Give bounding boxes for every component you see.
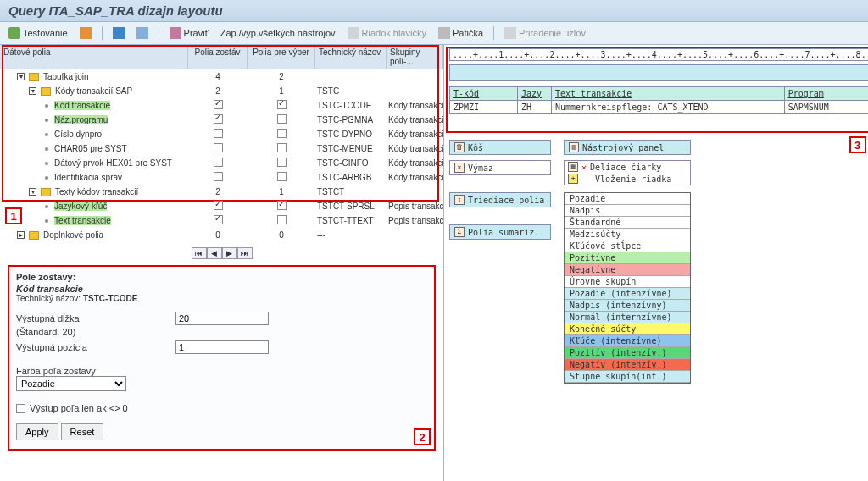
tree-row[interactable]: Jazykový kľúčTSTCT-SPRSLPopis transakcií… xyxy=(0,199,443,213)
tree-row[interactable]: Náz.programuTSTC-PGMNAKódy transakcií ..… xyxy=(0,113,443,127)
field-color-select[interactable]: Pozadie xyxy=(16,376,126,391)
field-checkbox[interactable] xyxy=(277,100,287,109)
field-checkbox[interactable] xyxy=(214,129,223,138)
field-checkbox[interactable] xyxy=(214,215,223,224)
assign-nodes-button[interactable]: Priradenie uzlov xyxy=(501,25,589,41)
tree-row[interactable]: CHAR05 pre SYSTTSTC-MENUEKódy transakcií… xyxy=(0,141,443,156)
color-option[interactable]: Štandardné xyxy=(565,217,690,229)
tree-row[interactable]: Číslo dynproTSTC-DYPNOKódy transakcií ..… xyxy=(0,127,443,141)
field-checkbox[interactable] xyxy=(277,201,287,210)
scroll-prev-icon[interactable]: ◀ xyxy=(207,247,222,259)
expand-icon[interactable]: ▸ xyxy=(17,231,25,239)
col-tcode[interactable]: T-kód xyxy=(450,87,518,101)
delete-icon: ✕ xyxy=(454,163,465,173)
wizard-icon[interactable] xyxy=(76,25,95,41)
color-option[interactable]: Stupne skupín(int.) xyxy=(565,371,690,383)
col-lang[interactable]: Jazy xyxy=(518,87,552,101)
color-option[interactable]: Kľúče (intenzívne) xyxy=(565,335,690,347)
expand-icon[interactable]: ▾ xyxy=(29,87,36,95)
test-button[interactable]: Testovanie xyxy=(5,25,71,41)
cell-tcode[interactable]: ZPMZI xyxy=(450,101,518,114)
color-option[interactable]: Negatív (intenzív.) xyxy=(565,359,690,371)
sum-fields-button[interactable]: ΣPolia sumariz. xyxy=(449,224,551,240)
header-row-button[interactable]: Riadok hlavičky xyxy=(344,25,430,41)
tech-name: TSTCT-TTEXT xyxy=(315,216,387,225)
expand-icon[interactable]: ▾ xyxy=(17,73,25,80)
field-checkbox[interactable] xyxy=(277,114,287,124)
row-label: Doplnkové polia xyxy=(43,230,103,240)
field-checkbox[interactable] xyxy=(214,100,223,109)
footer-button[interactable]: Pätička xyxy=(435,25,487,41)
scroll-last-icon[interactable]: ⏭ xyxy=(237,247,253,259)
cell-lang[interactable]: ZH xyxy=(518,101,552,114)
output-position-input[interactable] xyxy=(175,340,269,354)
tree-row[interactable]: Text transakcieTSTCT-TTEXTPopis transakc… xyxy=(0,213,443,228)
tree-row[interactable]: ▾Kódy transakcií SAP21TSTC xyxy=(0,84,443,98)
tree-row[interactable]: ▾Tabuľka join42 xyxy=(0,69,443,84)
row-label: Texty kódov transakcií xyxy=(55,187,138,196)
tech-name: TSTC-MENUE xyxy=(315,144,387,153)
reset-button[interactable]: Reset xyxy=(61,423,104,440)
field-checkbox[interactable] xyxy=(277,215,287,224)
tree-row[interactable]: Identifikácia správTSTC-ARBGBKódy transa… xyxy=(0,170,443,185)
cell-text[interactable]: Nummernkreispflege: CATS_XTEND xyxy=(552,101,785,114)
toggle-tools-button[interactable]: Zap./vyp.všetkých nástrojov xyxy=(217,26,339,40)
col-select-fields[interactable]: Polia pre výber xyxy=(248,45,315,69)
color-option[interactable]: Úrovne skupín xyxy=(565,276,690,288)
saveas-icon[interactable] xyxy=(133,25,152,41)
delete-button[interactable]: ✕Výmaz xyxy=(449,160,551,175)
row-label: CHAR05 pre SYST xyxy=(54,144,127,153)
color-option[interactable]: Pozadie xyxy=(565,193,690,205)
color-option[interactable]: Nadpis (intenzívny) xyxy=(565,300,690,312)
output-if-nonzero-checkbox[interactable] xyxy=(16,404,25,413)
apply-button[interactable]: Apply xyxy=(16,423,58,440)
color-option[interactable]: Pozitívne xyxy=(565,252,690,264)
col-tech-name[interactable]: Technický názov xyxy=(315,45,387,69)
field-checkbox[interactable] xyxy=(214,114,223,124)
tree-row[interactable]: Kód transakcieTSTC-TCODEKódy transakcií … xyxy=(0,98,443,113)
color-option[interactable]: Konečné súčty xyxy=(565,323,690,335)
color-option[interactable]: Pozitív (intenzív.) xyxy=(565,347,690,359)
color-option[interactable]: Normál (internzívne) xyxy=(565,312,690,323)
field-checkbox[interactable] xyxy=(214,201,223,210)
tree-row[interactable]: ▾Texty kódov transakcií21TSTCT xyxy=(0,185,443,199)
tree-row[interactable]: Dátový prvok HEX01 pre SYSTTSTC-CINFOKód… xyxy=(0,156,443,170)
tree-row[interactable]: ▸Doplnkové polia00--- xyxy=(0,228,443,242)
folder-icon xyxy=(29,231,39,240)
fp-field-name: Kód transakcie xyxy=(16,284,427,294)
field-checkbox[interactable] xyxy=(214,143,223,152)
scroll-first-icon[interactable]: ⏮ xyxy=(192,247,207,259)
field-checkbox[interactable] xyxy=(214,172,223,181)
insert-row-button[interactable]: +Vloženie riadka xyxy=(565,173,690,185)
tech-name: TSTC-CINFO xyxy=(315,158,387,168)
field-group: Kódy transakcií ... xyxy=(387,115,443,124)
cell-program[interactable]: SAPMSNUM xyxy=(784,101,868,114)
col-program[interactable]: Program xyxy=(784,87,868,101)
edit-button[interactable]: Praviť xyxy=(166,25,212,41)
sort-fields-button[interactable]: ↕Triediace polia xyxy=(449,192,551,207)
expand-icon[interactable]: ▾ xyxy=(29,188,36,196)
color-option[interactable]: Pozadie (intenzívne) xyxy=(565,288,690,300)
col-report-fields[interactable]: Polia zostáv xyxy=(188,45,248,69)
col-field-groups[interactable]: Skupiny polí-... xyxy=(387,45,443,69)
color-option[interactable]: Kľúčové stĺpce xyxy=(565,240,690,252)
color-option[interactable]: Nadpis xyxy=(565,205,690,217)
field-group: Kódy transakcií ... xyxy=(387,144,443,153)
col-text[interactable]: Text transakcie xyxy=(552,87,785,101)
color-option[interactable]: Medzisúčty xyxy=(565,229,690,240)
del-separator-button[interactable]: ▦✕Deliace čiarky xyxy=(565,161,690,173)
color-option[interactable]: Negatívne xyxy=(565,264,690,276)
trash-button[interactable]: 🗑Kôš xyxy=(449,140,551,155)
field-checkbox[interactable] xyxy=(277,172,287,181)
col-data-fields[interactable]: Dátové polia xyxy=(0,45,188,69)
field-checkbox[interactable] xyxy=(214,158,223,167)
toolbar-panel-button[interactable]: ▥Nástrojový panel xyxy=(564,140,691,155)
field-checkbox[interactable] xyxy=(277,129,287,138)
callout-2: 2 xyxy=(414,428,431,445)
scroll-next-icon[interactable]: ▶ xyxy=(222,247,237,259)
output-length-input[interactable] xyxy=(175,312,269,325)
field-checkbox[interactable] xyxy=(277,143,287,152)
trash-label: Kôš xyxy=(468,143,483,152)
save-icon[interactable] xyxy=(109,25,128,41)
field-checkbox[interactable] xyxy=(277,158,287,167)
